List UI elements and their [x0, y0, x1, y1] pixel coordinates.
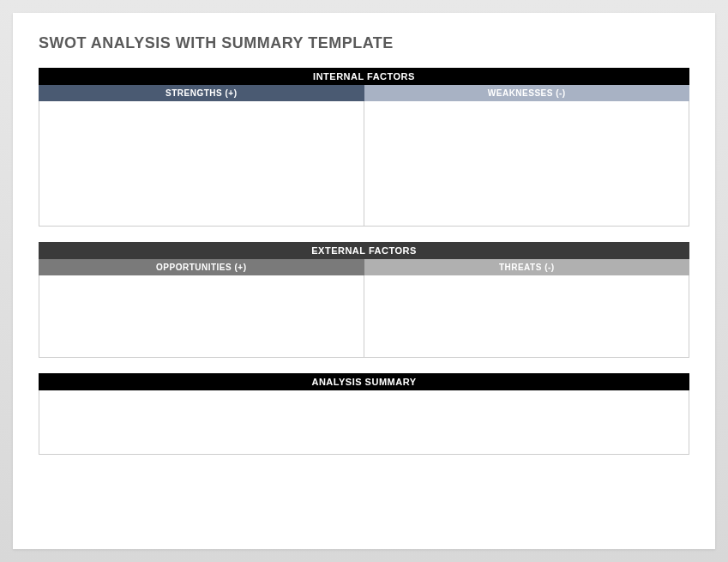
- threats-cell[interactable]: [364, 275, 689, 357]
- strengths-cell[interactable]: [39, 101, 364, 226]
- document-title: SWOT ANALYSIS WITH SUMMARY TEMPLATE: [39, 34, 689, 52]
- summary-header: ANALYSIS SUMMARY: [39, 373, 689, 390]
- summary-section: ANALYSIS SUMMARY: [39, 373, 689, 455]
- opportunities-header: OPPORTUNITIES (+): [39, 259, 364, 275]
- summary-cell[interactable]: [39, 390, 689, 455]
- internal-factors-header: INTERNAL FACTORS: [39, 68, 689, 85]
- external-factors-section: EXTERNAL FACTORS OPPORTUNITIES (+) THREA…: [39, 242, 689, 358]
- external-headers-row: OPPORTUNITIES (+) THREATS (-): [39, 259, 689, 275]
- internal-content-row: [39, 101, 689, 227]
- opportunities-cell[interactable]: [39, 275, 364, 357]
- internal-factors-section: INTERNAL FACTORS STRENGTHS (+) WEAKNESSE…: [39, 68, 689, 227]
- external-content-row: [39, 275, 689, 358]
- document-page: SWOT ANALYSIS WITH SUMMARY TEMPLATE INTE…: [13, 13, 715, 549]
- external-factors-header: EXTERNAL FACTORS: [39, 242, 689, 259]
- strengths-header: STRENGTHS (+): [39, 85, 364, 101]
- threats-header: THREATS (-): [364, 259, 690, 275]
- weaknesses-header: WEAKNESSES (-): [364, 85, 690, 101]
- weaknesses-cell[interactable]: [364, 101, 689, 226]
- internal-headers-row: STRENGTHS (+) WEAKNESSES (-): [39, 85, 689, 101]
